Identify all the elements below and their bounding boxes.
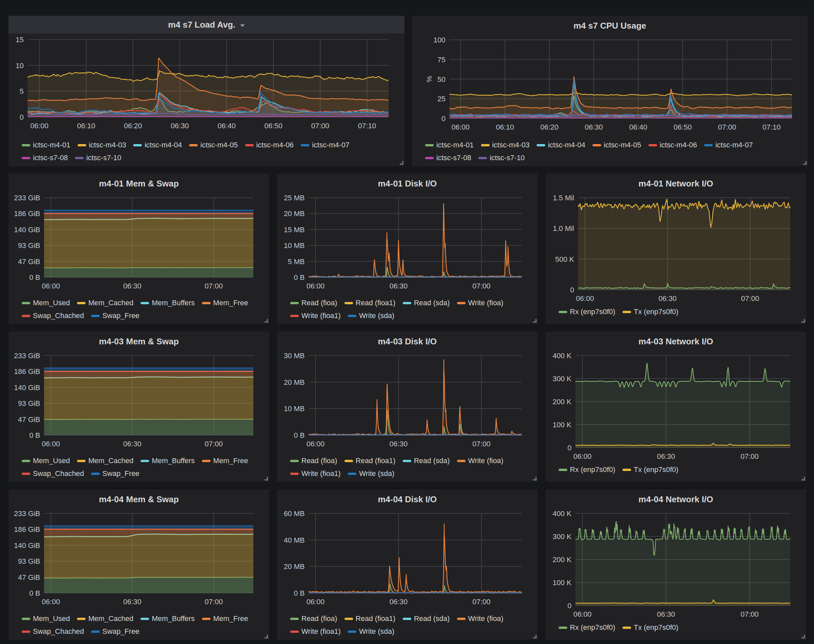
svg-text:07:00: 07:00 (741, 294, 759, 303)
svg-text:06:20: 06:20 (540, 123, 558, 131)
svg-text:200 K: 200 K (553, 555, 572, 564)
svg-text:233 GiB: 233 GiB (14, 509, 40, 518)
svg-text:06:00: 06:00 (306, 282, 324, 290)
svg-text:0 B: 0 B (294, 273, 305, 282)
svg-text:20 MB: 20 MB (284, 210, 305, 218)
svg-text:300 K: 300 K (553, 532, 572, 541)
svg-text:15 MB: 15 MB (284, 225, 305, 234)
svg-text:06:30: 06:30 (390, 440, 408, 448)
svg-text:06:30: 06:30 (657, 610, 675, 618)
svg-text:06:00: 06:00 (452, 123, 470, 131)
svg-text:5: 5 (20, 87, 24, 95)
svg-text:100 K: 100 K (553, 578, 572, 587)
svg-text:06:20: 06:20 (124, 122, 142, 130)
svg-text:47 GiB: 47 GiB (18, 573, 40, 581)
svg-text:06:00: 06:00 (573, 452, 591, 460)
svg-text:06:00: 06:00 (42, 282, 60, 290)
svg-text:30 MB: 30 MB (284, 352, 305, 360)
svg-text:20 MB: 20 MB (284, 563, 305, 570)
svg-text:47 GiB: 47 GiB (18, 258, 40, 266)
svg-text:07:00: 07:00 (740, 610, 759, 618)
svg-text:06:30: 06:30 (658, 294, 676, 303)
svg-text:10: 10 (16, 61, 24, 70)
svg-text:07:00: 07:00 (205, 598, 223, 606)
svg-text:93 GiB: 93 GiB (18, 241, 40, 250)
svg-text:50: 50 (438, 75, 445, 84)
svg-text:06:30: 06:30 (390, 598, 408, 606)
svg-text:07:00: 07:00 (205, 282, 223, 290)
svg-text:0: 0 (570, 286, 574, 294)
svg-text:200 K: 200 K (553, 398, 572, 406)
svg-text:93 GiB: 93 GiB (18, 557, 40, 566)
svg-text:15: 15 (16, 35, 24, 44)
svg-text:233 GiB: 233 GiB (14, 194, 40, 202)
svg-text:140 GiB: 140 GiB (14, 541, 40, 550)
svg-text:07:00: 07:00 (473, 440, 491, 448)
svg-text:75: 75 (438, 55, 445, 64)
svg-text:140 GiB: 140 GiB (14, 225, 40, 234)
svg-text:186 GiB: 186 GiB (14, 210, 40, 218)
svg-text:400 K: 400 K (553, 509, 572, 518)
svg-text:186 GiB: 186 GiB (14, 367, 40, 376)
svg-text:06:30: 06:30 (123, 440, 141, 448)
svg-text:5 MB: 5 MB (288, 258, 305, 266)
svg-text:06:30: 06:30 (171, 122, 189, 130)
svg-text:25: 25 (438, 95, 445, 103)
svg-text:06:50: 06:50 (264, 122, 282, 130)
svg-text:233 GiB: 233 GiB (14, 352, 40, 360)
svg-text:07:00: 07:00 (718, 123, 736, 131)
svg-text:07:10: 07:10 (762, 123, 780, 131)
svg-text:07:00: 07:00 (740, 452, 759, 460)
svg-text:400 K: 400 K (553, 352, 572, 360)
svg-text:%: % (425, 76, 433, 83)
svg-text:06:30: 06:30 (390, 282, 408, 290)
svg-text:07:00: 07:00 (205, 440, 223, 448)
svg-text:0: 0 (568, 601, 571, 610)
svg-text:07:10: 07:10 (358, 122, 376, 130)
svg-text:06:00: 06:00 (30, 122, 48, 130)
svg-text:0 B: 0 B (29, 273, 40, 282)
svg-text:06:50: 06:50 (674, 123, 692, 131)
svg-text:06:00: 06:00 (42, 440, 60, 448)
svg-text:0: 0 (20, 113, 24, 121)
svg-text:0 B: 0 B (294, 589, 305, 597)
svg-text:10 MB: 10 MB (284, 241, 305, 250)
svg-text:93 GiB: 93 GiB (18, 399, 40, 408)
svg-text:06:00: 06:00 (573, 610, 591, 618)
svg-text:1.0 Mil: 1.0 Mil (553, 224, 574, 233)
svg-text:10 MB: 10 MB (284, 405, 305, 413)
svg-text:47 GiB: 47 GiB (18, 416, 40, 424)
svg-text:06:00: 06:00 (576, 294, 594, 303)
svg-text:0 B: 0 B (294, 431, 305, 439)
svg-text:500 K: 500 K (555, 255, 574, 264)
svg-text:06:40: 06:40 (629, 123, 647, 131)
svg-text:100: 100 (433, 36, 445, 44)
svg-text:06:00: 06:00 (42, 598, 60, 606)
svg-text:06:10: 06:10 (77, 122, 95, 130)
svg-text:06:30: 06:30 (585, 123, 603, 131)
svg-text:100 K: 100 K (553, 421, 572, 429)
svg-text:06:40: 06:40 (218, 122, 236, 130)
svg-text:40 MB: 40 MB (284, 536, 305, 544)
svg-text:0 B: 0 B (29, 431, 40, 439)
svg-text:07:00: 07:00 (473, 598, 491, 606)
svg-text:0: 0 (442, 115, 445, 123)
svg-text:0: 0 (568, 444, 571, 452)
svg-text:186 GiB: 186 GiB (14, 525, 40, 534)
svg-text:0 B: 0 B (29, 589, 40, 597)
svg-text:07:00: 07:00 (473, 282, 491, 290)
svg-text:06:30: 06:30 (123, 598, 141, 606)
svg-text:60 MB: 60 MB (284, 509, 305, 518)
svg-text:06:30: 06:30 (657, 452, 675, 460)
svg-text:06:00: 06:00 (306, 598, 324, 606)
svg-text:140 GiB: 140 GiB (14, 383, 40, 392)
svg-text:06:00: 06:00 (306, 440, 324, 448)
svg-text:25 MB: 25 MB (284, 194, 305, 202)
svg-text:1.5 Mil: 1.5 Mil (553, 194, 574, 202)
svg-text:06:30: 06:30 (123, 282, 141, 290)
svg-text:06:10: 06:10 (496, 123, 514, 131)
svg-text:300 K: 300 K (553, 375, 572, 383)
svg-text:20 MB: 20 MB (284, 378, 305, 386)
svg-text:07:00: 07:00 (311, 122, 329, 130)
